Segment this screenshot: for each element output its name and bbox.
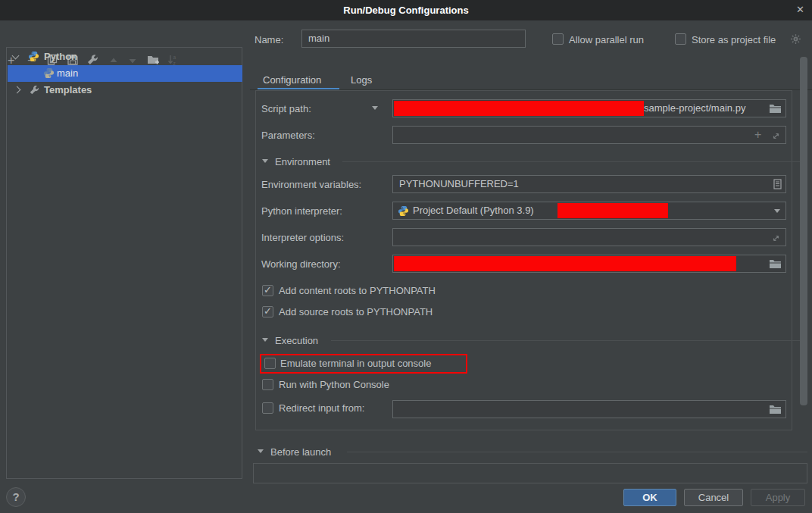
- python-logo-icon: [28, 51, 42, 64]
- parameters-label: Parameters:: [261, 130, 315, 142]
- interpreter-options-input[interactable]: [392, 228, 786, 246]
- before-launch-section-title: Before launch: [270, 446, 331, 458]
- tree-item-templates[interactable]: Templates: [8, 82, 242, 99]
- working-directory-input[interactable]: [392, 255, 786, 273]
- name-input[interactable]: main: [301, 30, 526, 48]
- before-launch-task-list[interactable]: [253, 463, 807, 483]
- expand-field-icon[interactable]: [771, 233, 785, 246]
- browse-folder-icon[interactable]: [769, 258, 782, 272]
- script-path-label: Script path:: [261, 103, 311, 115]
- allow-parallel-run-label: Allow parallel run: [569, 34, 644, 46]
- script-path-dropdown-icon[interactable]: [372, 106, 378, 110]
- redacted-region: [557, 203, 668, 218]
- configurations-tree: Python main Templates: [6, 47, 242, 479]
- redirect-input-label: Redirect input from:: [279, 402, 364, 414]
- script-path-value: sample-project/main.py: [644, 102, 745, 114]
- python-interpreter-combobox[interactable]: Project Default (Python 3.9): [392, 202, 786, 220]
- redacted-region: [394, 256, 736, 271]
- add-content-roots-label: Add content roots to PYTHONPATH: [279, 285, 436, 297]
- emulate-terminal-checkbox[interactable]: [264, 358, 276, 369]
- title-bar: Run/Debug Configurations ✕: [0, 0, 812, 20]
- emulate-terminal-label: Emulate terminal in output console: [280, 358, 431, 370]
- gear-icon[interactable]: [790, 33, 804, 47]
- add-source-roots-label: Add source roots to PYTHONPATH: [279, 306, 433, 318]
- python-interpreter-label: Python interpreter:: [261, 205, 342, 217]
- environment-section-title: Environment: [275, 156, 330, 168]
- environment-variables-value: PYTHONUNBUFFERED=1: [399, 178, 519, 189]
- chevron-right-icon[interactable]: [14, 86, 21, 94]
- tree-item-label: main: [57, 65, 78, 82]
- execution-section-title: Execution: [275, 335, 318, 347]
- tree-toolbar: + − az: [0, 25, 242, 45]
- store-as-project-file-label: Store as project file: [692, 34, 776, 46]
- python-interpreter-value: Project Default (Python 3.9): [413, 205, 534, 216]
- environment-variables-input[interactable]: PYTHONUNBUFFERED=1: [392, 175, 786, 193]
- name-label: Name:: [255, 34, 283, 46]
- name-value: main: [308, 33, 329, 44]
- environment-collapse-icon[interactable]: [262, 159, 268, 163]
- help-button[interactable]: ?: [6, 487, 26, 507]
- tree-item-main[interactable]: main: [8, 65, 242, 82]
- chevron-down-icon[interactable]: [774, 209, 780, 213]
- browse-folder-icon[interactable]: [769, 404, 782, 418]
- redirect-input-field[interactable]: [392, 400, 786, 418]
- allow-parallel-run-checkbox[interactable]: [552, 33, 564, 45]
- section-rule: [347, 452, 807, 452]
- script-path-input[interactable]: sample-project/main.py: [392, 99, 786, 117]
- add-macro-icon[interactable]: +: [754, 129, 761, 141]
- ok-button[interactable]: OK: [623, 489, 676, 506]
- run-with-python-console-label: Run with Python Console: [279, 379, 389, 391]
- tab-configuration[interactable]: Configuration: [263, 74, 321, 86]
- interpreter-options-label: Interpreter options:: [261, 232, 344, 244]
- add-content-roots-checkbox[interactable]: [262, 285, 273, 296]
- chevron-down-icon[interactable]: [12, 52, 20, 60]
- working-directory-label: Working directory:: [261, 258, 341, 271]
- vertical-scrollbar[interactable]: [800, 57, 807, 405]
- redacted-region: [394, 101, 644, 116]
- expand-field-icon[interactable]: [771, 130, 785, 144]
- before-launch-collapse-icon[interactable]: [258, 449, 264, 453]
- section-rule: [331, 340, 807, 341]
- wrench-icon: [29, 85, 42, 99]
- tree-item-label: Python: [44, 48, 77, 65]
- tree-item-label: Templates: [44, 82, 92, 99]
- run-with-python-console-checkbox[interactable]: [262, 379, 273, 390]
- dialog-title: Run/Debug Configurations: [343, 5, 468, 16]
- edit-variables-icon[interactable]: [773, 179, 787, 192]
- close-icon[interactable]: ✕: [796, 4, 804, 15]
- cancel-button[interactable]: Cancel: [684, 489, 743, 506]
- environment-variables-label: Environment variables:: [261, 179, 361, 191]
- add-source-roots-checkbox[interactable]: [262, 306, 273, 317]
- python-logo-icon: [398, 205, 411, 219]
- redirect-input-checkbox[interactable]: [262, 402, 273, 414]
- tree-item-python[interactable]: Python: [8, 48, 242, 65]
- run-debug-configurations-dialog: Run/Debug Configurations ✕ + − az: [0, 0, 812, 513]
- python-logo-icon: [43, 67, 57, 81]
- section-rule: [342, 161, 807, 162]
- store-as-project-file-checkbox[interactable]: [675, 33, 686, 45]
- apply-button[interactable]: Apply: [751, 489, 805, 506]
- execution-collapse-icon[interactable]: [262, 338, 268, 342]
- parameters-input[interactable]: +: [392, 126, 786, 144]
- browse-folder-icon[interactable]: [769, 103, 782, 117]
- tab-logs[interactable]: Logs: [351, 74, 372, 86]
